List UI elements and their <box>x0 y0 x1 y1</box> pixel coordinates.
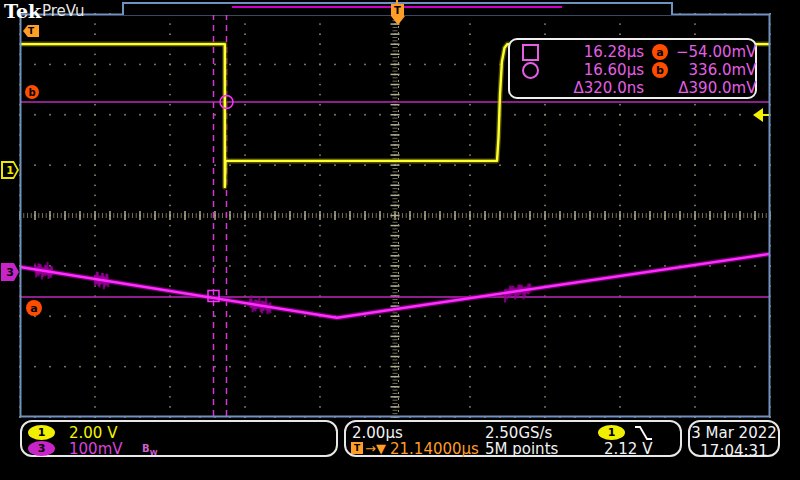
cursor-1-time: 16.28µs <box>548 43 644 61</box>
cursor-readout-box: 16.28µs a −54.00mV 16.60µs b 336.0mV Δ32… <box>508 38 757 99</box>
trigger-delay-t-icon: T <box>351 442 363 454</box>
time-label: 17:04:31 <box>690 442 778 460</box>
cursor-b-badge[interactable]: b <box>25 85 39 99</box>
channel-3-scale: 100mV <box>69 440 123 458</box>
channel-3-badge[interactable]: 3 <box>28 441 55 456</box>
trigger-position-arrow-icon <box>391 16 405 25</box>
cursor-waveform-markers <box>208 96 233 302</box>
trigger-level-value: 2.12 V <box>604 440 652 458</box>
trigger-source-badge[interactable]: 1 <box>598 425 625 440</box>
cursor-a-badge[interactable]: a <box>26 300 42 316</box>
bandwidth-limit-icon: BW <box>142 443 157 457</box>
cursor-1-square-icon <box>522 44 539 61</box>
channel-1-badge[interactable]: 1 <box>28 425 55 440</box>
trigger-position-marker[interactable]: T <box>391 4 404 16</box>
cursor-a-readout-badge: a <box>652 44 668 60</box>
tek-logo: Tek <box>4 0 41 22</box>
cursor-delta-time: Δ320.0ns <box>548 79 644 97</box>
cursor-delta-value: Δ390.0mV <box>676 79 756 97</box>
cursor-2-time: 16.60µs <box>548 61 644 79</box>
trigger-delay-value: 21.14000µs <box>390 440 479 458</box>
cursor-a-value: −54.00mV <box>676 43 756 61</box>
oscilloscope-screen: Tek PreVu T T b 1 3 a 16.28µs a −54.00mV… <box>0 0 800 480</box>
horizontal-trigger-box[interactable]: 2.00µs T →▼ 21.14000µs 2.50GS/s 5M point… <box>344 420 682 457</box>
date-label: 3 Mar 2022 <box>690 424 778 442</box>
cursor-b-readout-badge: b <box>652 62 668 78</box>
datetime-box[interactable]: 3 Mar 2022 17:04:31 <box>688 420 780 457</box>
trigger-level-arrow-tail <box>762 114 769 116</box>
cursor-2-circle-icon <box>522 62 539 79</box>
cursor-b-value: 336.0mV <box>676 61 756 79</box>
record-length: 5M points <box>485 440 558 458</box>
trigger-delay-arrows-icon: →▼ <box>365 441 386 456</box>
channel-settings-box[interactable]: 1 2.00 V 3 100mV BW <box>20 420 338 457</box>
acquisition-mode-label: PreVu <box>42 2 85 20</box>
